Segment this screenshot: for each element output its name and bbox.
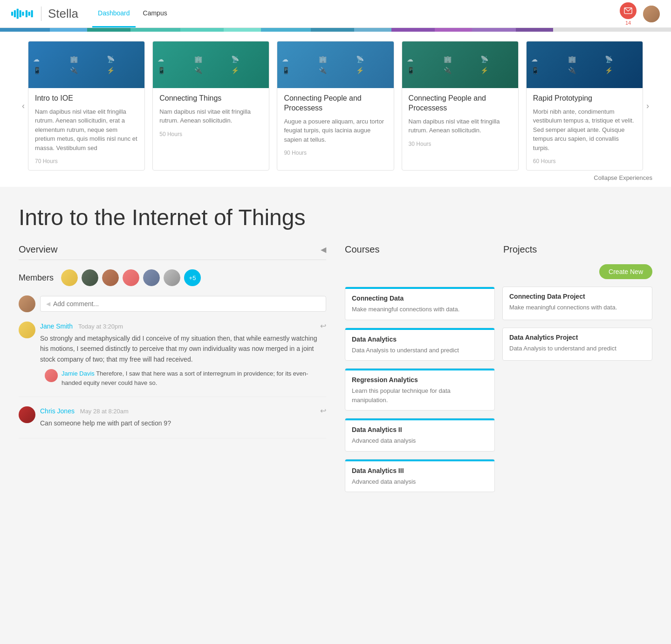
progress-bar: [0, 28, 671, 32]
course-card-4[interactable]: Data Analytics III Advanced data analysi…: [345, 459, 495, 493]
comment-input-wrapper[interactable]: ◀: [40, 296, 326, 312]
card-desc: Nam dapibus nisl vitae elit fringilla ru…: [35, 107, 138, 153]
mail-icon: [624, 7, 632, 15]
card-icon: 📡: [605, 55, 638, 63]
card-desc: Nam dapibus nisl vitae elit fringilla ru…: [159, 107, 262, 125]
course-card-1[interactable]: Data Analytics Data Analysis to understa…: [345, 328, 495, 361]
project-card-1[interactable]: Data Analytics Project Data Analysis to …: [502, 328, 652, 361]
comment-text-1: Can someone help me with part of section…: [40, 418, 326, 428]
card-icon: ☁: [282, 55, 315, 63]
card-image: ☁🏢📡📱🔌⚡: [527, 41, 643, 88]
course-card-title-0: Connecting Data: [352, 295, 488, 302]
member-avatar-3[interactable]: [102, 269, 119, 286]
courses-projects-grid: Connecting Data Make meaningful connecti…: [345, 287, 652, 492]
course-card-desc-4: Advanced data analysis: [352, 477, 488, 486]
create-new-button[interactable]: Create New: [599, 264, 652, 279]
card-image: ☁🏢📡📱🔌⚡: [402, 41, 518, 88]
card-hours: 30 Hours: [409, 141, 512, 147]
reply-avatar: [45, 369, 58, 382]
card-image: ☁🏢📡📱🔌⚡: [28, 41, 144, 88]
member-avatar-1[interactable]: [61, 269, 78, 286]
card-image: ☁🏢📡📱🔌⚡: [153, 41, 269, 88]
member-avatar-6[interactable]: [164, 269, 180, 286]
app-name: Stella: [41, 7, 78, 21]
members-plus-badge[interactable]: +5: [184, 269, 201, 286]
card-icon: 🔌: [319, 67, 352, 74]
member-avatar-5[interactable]: [143, 269, 160, 286]
course-card-title-3: Data Analytics II: [352, 426, 488, 433]
cisco-logo-icon: [11, 8, 34, 20]
card-body: Connecting People and Processess Nam dap…: [402, 88, 518, 153]
card-icon: ⚡: [480, 67, 514, 74]
course-card-desc-3: Advanced data analysis: [352, 436, 488, 445]
course-card-body: Data Analytics II Advanced data analysis: [345, 420, 494, 451]
comment-input[interactable]: [53, 300, 320, 308]
nav-link-dashboard[interactable]: Dashboard: [92, 0, 136, 27]
project-card-title-0: Connecting Data Project: [509, 293, 645, 300]
carousel-next-arrow[interactable]: ›: [643, 101, 652, 111]
card-image: ☁🏢📡📱🔌⚡: [277, 41, 393, 88]
carousel-prev-arrow[interactable]: ‹: [19, 101, 28, 111]
project-card-desc-0: Make meaningful connections with data.: [509, 303, 645, 312]
card-hours: 50 Hours: [159, 131, 262, 137]
notification-count: 14: [625, 20, 631, 26]
reply-text: Jamie Davis Therefore, I saw that here w…: [62, 369, 326, 387]
current-user-avatar: [19, 295, 35, 312]
member-avatar-2[interactable]: [82, 269, 98, 286]
carousel-items: ☁🏢📡📱🔌⚡ Intro to IOE Nam dapibus nisl vit…: [28, 41, 643, 171]
card-body: Rapid Prototyping Morbi nibh ante, condi…: [527, 88, 643, 170]
comment-author-0: Jane Smith: [40, 322, 73, 330]
card-body: Connecting People and Processess Augue a…: [277, 88, 393, 162]
card-body: Connecting Things Nam dapibus nisl vitae…: [153, 88, 269, 143]
comment-item-0: Jane Smith Today at 3:20pm ↩ So strongly…: [19, 322, 326, 397]
overview-section-label: Overview ◀: [19, 244, 326, 260]
card-icon: 📱: [407, 67, 440, 74]
card-hours: 90 Hours: [284, 150, 387, 156]
card-icon: 🏢: [70, 55, 103, 63]
back-arrow-icon[interactable]: ◀: [321, 245, 326, 254]
course-card-2[interactable]: Regression Analytics Learn this popular …: [345, 368, 495, 411]
card-icon: 🔌: [444, 67, 477, 74]
course-card-0[interactable]: Connecting Data Make meaningful connecti…: [345, 287, 495, 320]
comment-item-1: Chris Jones May 28 at 8:20am ↩ Can someo…: [19, 406, 326, 438]
card-icon: 📱: [531, 67, 564, 74]
header-right: 14: [620, 2, 660, 26]
project-card-0[interactable]: Connecting Data Project Make meaningful …: [502, 287, 652, 320]
main-content: Intro to the Internet of Things Overview…: [0, 187, 671, 511]
content-grid: Overview ◀ Members +5 ◀: [19, 244, 652, 492]
experience-card-0[interactable]: ☁🏢📡📱🔌⚡ Intro to IOE Nam dapibus nisl vit…: [28, 41, 145, 171]
members-row: Members +5: [19, 269, 326, 286]
card-icon: 🔌: [194, 67, 227, 74]
comment-reply-button-0[interactable]: ↩: [320, 322, 326, 330]
comment-header-0: Jane Smith Today at 3:20pm ↩: [40, 322, 326, 330]
comment-avatar-0: [19, 322, 35, 338]
experience-card-1[interactable]: ☁🏢📡📱🔌⚡ Connecting Things Nam dapibus nis…: [152, 41, 269, 171]
experiences-section: ‹ ☁🏢📡📱🔌⚡ Intro to IOE Nam dapibus nisl v…: [0, 32, 671, 187]
logo-area: Stella: [11, 7, 78, 21]
projects-header: Projects: [503, 244, 652, 255]
card-icon: ⚡: [231, 67, 264, 74]
comment-input-row: ◀: [19, 295, 326, 312]
course-card-3[interactable]: Data Analytics II Advanced data analysis: [345, 418, 495, 452]
card-desc: Morbi nibh ante, condimentum vestibulum …: [533, 107, 636, 153]
user-avatar[interactable]: [643, 6, 660, 22]
members-label: Members: [19, 273, 54, 283]
nav-link-campus[interactable]: Campus: [137, 0, 173, 27]
left-column: Overview ◀ Members +5 ◀: [19, 244, 326, 492]
card-icon: 🏢: [194, 55, 227, 63]
comment-reply-button-1[interactable]: ↩: [320, 406, 326, 415]
card-icon: 📱: [157, 67, 191, 74]
experience-card-4[interactable]: ☁🏢📡📱🔌⚡ Rapid Prototyping Morbi nibh ante…: [526, 41, 643, 171]
collapse-experiences-button[interactable]: Collapse Experiences: [19, 171, 652, 187]
courses-header: Courses: [345, 244, 494, 255]
experience-card-2[interactable]: ☁🏢📡📱🔌⚡ Connecting People and Processess …: [277, 41, 394, 171]
courses-projects-header: Courses Projects Create New: [345, 244, 652, 279]
member-avatar-4[interactable]: [123, 269, 139, 286]
comment-time-0: Today at 3:20pm: [78, 323, 123, 330]
card-icon: 📡: [231, 55, 264, 63]
notification-bell[interactable]: [620, 2, 637, 19]
card-icon: ☁: [33, 55, 66, 63]
card-title: Connecting People and Processess: [409, 94, 512, 113]
experience-card-3[interactable]: ☁🏢📡📱🔌⚡ Connecting People and Processess …: [402, 41, 519, 171]
card-hours: 70 Hours: [35, 158, 138, 164]
